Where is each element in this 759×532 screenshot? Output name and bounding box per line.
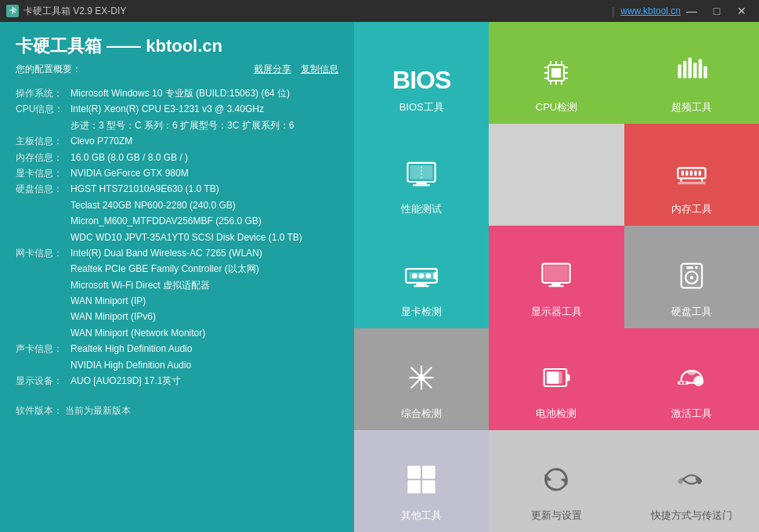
gpu-row: 显卡信息： NVIDIA GeForce GTX 980M (16, 165, 338, 181)
svg-rect-44 (552, 282, 561, 284)
net-label-empty5 (16, 325, 70, 341)
tile-activation[interactable]: 激活工具 (624, 328, 759, 430)
tile-update-label: 更新与设置 (531, 508, 582, 523)
svg-rect-23 (413, 185, 430, 186)
memory-value: 16.0 GB (8.0 GB / 8.0 GB / ) (70, 150, 338, 165)
tile-other[interactable]: 其他工具 (354, 430, 489, 532)
net-label-empty2 (16, 277, 70, 293)
svg-rect-70 (422, 480, 436, 494)
board-row: 主板信息： Clevo P770ZM (16, 133, 338, 149)
svg-rect-43 (544, 265, 569, 280)
svg-rect-16 (688, 58, 691, 78)
net-row4: WAN Miniport (IP) (16, 293, 338, 309)
info-panel: 卡硬工具箱 —— kbtool.cn 您的配置概要： 截屏分享 复制信息 操作系… (0, 22, 354, 532)
svg-point-66 (683, 382, 685, 384)
svg-rect-28 (690, 171, 692, 176)
system-info-table: 操作系统： Microsoft Windows 10 专业版 (BUILD:15… (16, 85, 338, 389)
net-label-empty4 (16, 309, 70, 324)
svg-point-63 (697, 380, 699, 382)
screenshot-button[interactable]: 截屏分享 (254, 63, 291, 76)
tile-bios[interactable]: BIOS BIOS工具 (354, 22, 489, 124)
copy-button[interactable]: 复制信息 (301, 63, 338, 76)
tile-gpu[interactable]: 显卡检测 (354, 226, 489, 328)
cpu-row1: CPU信息： Intel(R) Xeon(R) CPU E3-1231 v3 @… (16, 101, 338, 117)
tile-monitor-label: 显示器工具 (531, 305, 582, 319)
net-row2: Realtek PCIe GBE Family Controller (以太网) (16, 261, 338, 277)
svg-rect-69 (408, 480, 421, 494)
svg-rect-49 (686, 266, 693, 268)
tile-other-label: 其他工具 (401, 508, 442, 523)
svg-point-55 (418, 374, 425, 381)
close-button[interactable]: ✕ (731, 0, 753, 22)
display-value: AUO [AUO219D] 17.1英寸 (70, 373, 338, 389)
net-value3: Microsoft Wi-Fi Direct 虚拟适配器 (70, 277, 338, 293)
svg-rect-67 (408, 465, 421, 479)
tile-cpu[interactable]: CPU检测 (489, 22, 623, 124)
disk-row4: WDC WD10 JPVT-35A1YT0 SCSI Disk Device (… (16, 230, 338, 245)
svg-rect-27 (685, 171, 688, 176)
net-label-empty1 (16, 261, 70, 277)
gpu-value: NVIDIA GeForce GTX 980M (70, 165, 338, 181)
display-row: 显示设备： AUO [AUO219D] 17.1英寸 (16, 373, 338, 389)
net-row1: 网卡信息： Intel(R) Dual Band Wireless-AC 726… (16, 245, 338, 261)
tile-empty-r2m (489, 124, 623, 226)
svg-point-48 (690, 276, 693, 279)
tile-memory-label: 内存工具 (671, 202, 712, 216)
tile-memory[interactable]: 内存工具 (624, 124, 759, 226)
disk-label-empty (16, 197, 70, 213)
cpu-icon (540, 57, 572, 96)
tile-shortcut[interactable]: 快捷方式与传送门 (624, 430, 759, 532)
main-container: 卡硬工具箱 —— kbtool.cn 您的配置概要： 截屏分享 复制信息 操作系… (0, 22, 759, 532)
tile-battery[interactable]: 电池检测 (489, 328, 623, 430)
tile-performance[interactable]: 性能测试 (354, 124, 489, 226)
net-value1: Intel(R) Dual Band Wireless-AC 7265 (WLA… (70, 245, 338, 261)
net-row3: Microsoft Wi-Fi Direct 虚拟适配器 (16, 277, 338, 293)
display-label: 显示设备： (16, 373, 70, 389)
board-value: Clevo P770ZM (70, 133, 338, 149)
website-link[interactable]: www.kbtool.cn (620, 5, 681, 16)
os-value: Microsoft Windows 10 专业版 (BUILD:15063) (… (70, 85, 338, 101)
svg-rect-22 (417, 182, 427, 184)
tile-battery-label: 电池检测 (536, 407, 576, 421)
minimize-button[interactable]: — (681, 0, 703, 22)
audio-label: 声卡信息： (16, 341, 70, 356)
gpu-icon (404, 259, 439, 300)
svg-rect-19 (703, 67, 707, 78)
bios-icon: BIOS (392, 63, 450, 96)
svg-rect-33 (678, 182, 705, 184)
cpu-value1: Intel(R) Xeon(R) CPU E3-1231 v3 @ 3.40GH… (70, 101, 338, 117)
svg-rect-68 (422, 465, 436, 479)
tile-disk[interactable]: 硬盘工具 (624, 226, 759, 328)
audio-label-empty (16, 357, 70, 373)
subtitle-actions: 截屏分享 复制信息 (254, 63, 338, 76)
audio-value1: Realtek High Definition Audio (70, 341, 338, 356)
memory-row: 内存信息： 16.0 GB (8.0 GB / 8.0 GB / ) (16, 150, 338, 165)
tile-gpu-label: 显卡检测 (401, 305, 442, 319)
app-heading: 卡硬工具箱 —— kbtool.cn (16, 34, 338, 58)
tile-comprehensive[interactable]: 综合检测 (354, 328, 489, 430)
svg-rect-1 (551, 68, 561, 78)
overclock-icon (674, 54, 709, 96)
svg-point-37 (419, 273, 425, 278)
cpu-value2: 步进：3 型号：C 系列：6 扩展型号：3C 扩展系列：6 (70, 118, 338, 133)
tile-cpu-label: CPU检测 (536, 100, 577, 114)
tile-bios-label: BIOS工具 (399, 100, 444, 114)
tile-update[interactable]: 更新与设置 (489, 430, 623, 532)
disk-icon (674, 259, 709, 300)
app-icon: 卡 (6, 5, 19, 17)
tile-comprehensive-label: 综合检测 (401, 407, 442, 421)
disk-label-empty3 (16, 230, 70, 245)
maximize-button[interactable]: □ (706, 0, 728, 22)
net-value6: WAN Miniport (Network Monitor) (70, 325, 338, 341)
title-bar: 卡 卡硬工具箱 V2.9 EX-DIY | www.kbtool.cn — □ … (0, 0, 759, 22)
subtitle-row: 您的配置概要： 截屏分享 复制信息 (16, 63, 338, 76)
svg-rect-50 (695, 266, 697, 268)
svg-rect-26 (681, 171, 684, 176)
svg-rect-17 (693, 63, 696, 78)
svg-point-65 (680, 382, 682, 384)
disk-row2: Teclast 240GB NP600-2280 (240.0 GB) (16, 197, 338, 213)
tile-monitor[interactable]: 显示器工具 (489, 226, 623, 328)
disk-label: 硬盘信息： (16, 181, 70, 197)
tile-overclock[interactable]: 超频工具 (624, 22, 759, 124)
svg-rect-41 (434, 272, 437, 279)
